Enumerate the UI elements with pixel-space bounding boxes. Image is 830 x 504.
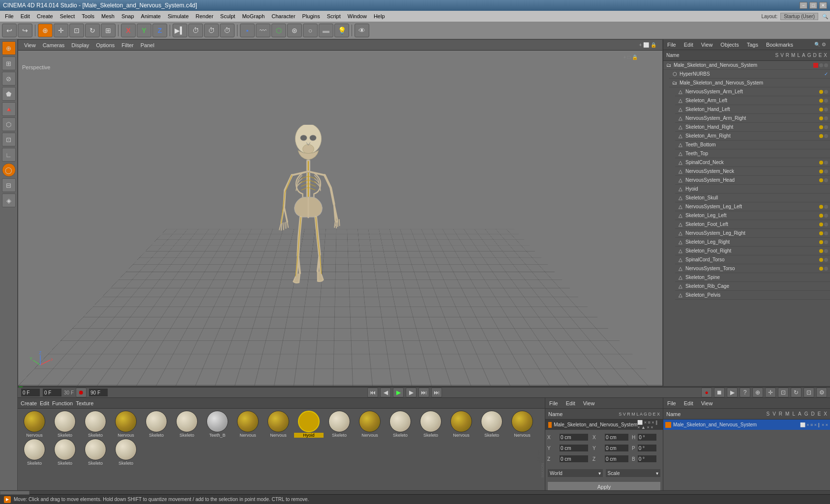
menu-mograph[interactable]: MoGraph bbox=[239, 12, 267, 20]
attr-x-pos-input[interactable] bbox=[559, 433, 589, 441]
light-obj[interactable]: 💡 bbox=[334, 24, 349, 37]
menu-file[interactable]: File bbox=[2, 12, 17, 20]
scale-ctl[interactable]: ⊡ bbox=[778, 388, 789, 397]
move-tool[interactable]: ✛ bbox=[54, 24, 68, 37]
material-item[interactable]: Skeleto bbox=[385, 411, 415, 438]
scale-tool[interactable]: ⊡ bbox=[69, 24, 84, 37]
menu-select[interactable]: Select bbox=[57, 12, 78, 20]
play-ctl[interactable]: ⊕ bbox=[752, 388, 763, 397]
rec-btn2[interactable]: ● bbox=[701, 388, 712, 397]
list-item[interactable]: △Skeleton_Pelvis bbox=[675, 291, 830, 300]
material-item[interactable]: Skeleto bbox=[325, 411, 354, 438]
cube-obj[interactable]: ▪ bbox=[240, 24, 255, 37]
rot-ctl[interactable]: ↻ bbox=[791, 388, 801, 397]
mat-menu-function[interactable]: Function bbox=[52, 400, 73, 406]
anim-ctl[interactable]: ⊡ bbox=[803, 388, 814, 397]
rp-b-tab-file[interactable]: File bbox=[665, 400, 678, 407]
maximize-button[interactable]: □ bbox=[809, 2, 817, 9]
attr-transform-dropdown[interactable]: Scale▾ bbox=[605, 469, 661, 477]
scene-obj[interactable]: ○ bbox=[303, 24, 318, 37]
left-tool-8[interactable]: ∟ bbox=[2, 148, 16, 162]
attr-tab-file[interactable]: File bbox=[547, 400, 560, 407]
rp-b-tab-view[interactable]: View bbox=[699, 400, 715, 407]
left-tool-7[interactable]: ⊡ bbox=[2, 133, 16, 146]
list-item[interactable]: 🗂 Male_Skeleton_and_Nervous_System bbox=[663, 61, 830, 70]
list-item[interactable]: △Skeleton_Foot_Right bbox=[675, 247, 830, 255]
attr-tab-view[interactable]: View bbox=[581, 400, 597, 407]
attr-p-input[interactable] bbox=[637, 444, 657, 452]
rp-tab-edit[interactable]: Edit bbox=[682, 41, 695, 48]
material-item[interactable]: Skeleto bbox=[50, 411, 80, 438]
start-frame-input[interactable] bbox=[42, 388, 62, 397]
prev-frame-button[interactable]: ◀ bbox=[380, 388, 391, 397]
material-item[interactable]: Nervous bbox=[507, 411, 537, 438]
horizontal-scrollbar[interactable] bbox=[0, 490, 830, 494]
scrollbar-thumb[interactable] bbox=[0, 491, 30, 495]
y-axis[interactable]: Y bbox=[137, 24, 151, 37]
rp-bottom-selected-row[interactable]: Male_Skeleton_and_Nervous_System ⬜ × ≡ ×… bbox=[663, 420, 830, 430]
menu-help[interactable]: Help bbox=[371, 12, 388, 20]
vp-menu-options[interactable]: Options bbox=[93, 42, 118, 49]
rp-tab-file[interactable]: File bbox=[665, 41, 678, 48]
rp-tab-tags[interactable]: Tags bbox=[745, 41, 760, 48]
list-item[interactable]: △Skeleton_Hand_Left bbox=[675, 105, 830, 114]
menu-animate[interactable]: Animate bbox=[138, 12, 164, 20]
animation-key[interactable]: ⏱ bbox=[188, 24, 203, 37]
list-item[interactable]: △Skeleton_Leg_Right bbox=[675, 238, 830, 247]
list-item[interactable]: △NervousSystem_Arm_Left bbox=[675, 87, 830, 96]
rp-tab-view[interactable]: View bbox=[699, 41, 715, 48]
minimize-button[interactable]: − bbox=[800, 2, 807, 9]
list-item[interactable]: △SpinalCord_Neck bbox=[675, 158, 830, 167]
left-tool-5[interactable]: 🔺 bbox=[2, 102, 16, 116]
select-move-tool[interactable]: ⊕ bbox=[38, 24, 53, 37]
menu-mesh[interactable]: Mesh bbox=[98, 12, 118, 20]
material-item[interactable]: Skeleto bbox=[142, 411, 171, 438]
attr-b-input[interactable] bbox=[637, 455, 657, 463]
viewport[interactable]: View Cameras Display Options Filter Pane… bbox=[18, 39, 663, 386]
x-axis[interactable]: X bbox=[121, 24, 136, 37]
play-button[interactable]: ▶ bbox=[393, 388, 404, 397]
attr-y-pos-input[interactable] bbox=[559, 444, 589, 452]
list-item[interactable]: △Skeleton_Hand_Right bbox=[675, 123, 830, 132]
camera-obj[interactable]: ▬ bbox=[319, 24, 333, 37]
list-item[interactable]: △Skeleton_Spine bbox=[675, 273, 830, 282]
material-item[interactable]: Skeleto bbox=[81, 411, 110, 438]
list-item[interactable]: △NervousSystem_Head bbox=[675, 176, 830, 185]
attr-h-input[interactable] bbox=[637, 433, 657, 441]
material-item[interactable]: Nervous bbox=[233, 411, 263, 438]
menu-create[interactable]: Create bbox=[34, 12, 56, 20]
layout-selector[interactable]: Startup (User) bbox=[780, 13, 818, 20]
list-item[interactable]: △NervousSystem_Torso bbox=[675, 264, 830, 273]
list-item[interactable]: △NervousSystem_Neck bbox=[675, 167, 830, 176]
current-frame-input[interactable] bbox=[21, 388, 40, 397]
z-axis[interactable]: Z bbox=[152, 24, 167, 37]
stop-btn[interactable]: ⏹ bbox=[714, 388, 725, 397]
menu-sculpt[interactable]: Sculpt bbox=[217, 12, 238, 20]
rp-tab-bookmarks[interactable]: Bookmarks bbox=[764, 41, 795, 48]
left-tool-6[interactable]: ⬡ bbox=[2, 117, 16, 131]
attr-z-scale-input[interactable] bbox=[604, 455, 629, 463]
vp-menu-cameras[interactable]: Cameras bbox=[40, 42, 68, 49]
material-item[interactable]: Nervous bbox=[355, 411, 385, 438]
menu-simulate[interactable]: Simulate bbox=[165, 12, 192, 20]
list-item[interactable]: △Skeleton_Rib_Cage bbox=[675, 282, 830, 291]
attr-coord-dropdown[interactable]: World▾ bbox=[547, 469, 603, 477]
left-tool-9[interactable]: ◯ bbox=[2, 163, 16, 177]
left-tool-4[interactable]: ⬟ bbox=[2, 87, 16, 101]
list-item[interactable]: △Teeth_Bottom bbox=[675, 140, 830, 149]
menu-window[interactable]: Window bbox=[345, 12, 370, 20]
go-end-button[interactable]: ⏭ bbox=[418, 388, 429, 397]
snap-render[interactable]: ▶▍ bbox=[173, 24, 187, 37]
list-item[interactable]: △Teeth_Top bbox=[675, 149, 830, 158]
list-item[interactable]: △NervousSystem_Leg_Left bbox=[675, 202, 830, 211]
menu-edit[interactable]: Edit bbox=[18, 12, 33, 20]
render-btn[interactable]: 👁 bbox=[355, 24, 369, 37]
anim-key3[interactable]: ⏱ bbox=[220, 24, 235, 37]
vp-menu-panel[interactable]: Panel bbox=[138, 42, 157, 49]
list-item[interactable]: △Skeleton_Arm_Left bbox=[675, 96, 830, 105]
menu-plugins[interactable]: Plugins bbox=[299, 12, 323, 20]
go-start-button[interactable]: ⏮ bbox=[367, 388, 378, 397]
redo-button[interactable]: ↪ bbox=[18, 24, 32, 37]
material-item[interactable]: Skeleto bbox=[172, 411, 202, 438]
list-item[interactable]: △Skeleton_Arm_Right bbox=[675, 132, 830, 140]
